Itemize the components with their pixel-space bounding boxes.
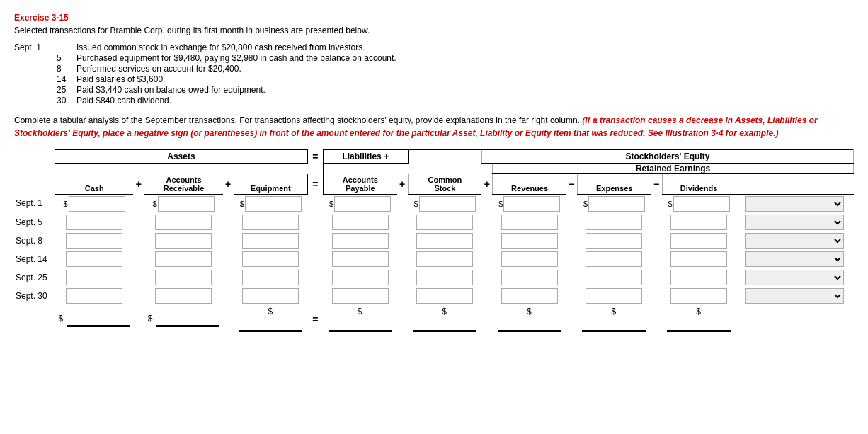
- list-item: Sept. 1 Issued common stock in exchange …: [14, 42, 854, 52]
- expl-select-sept14[interactable]: [745, 251, 844, 267]
- ar-input-sept14[interactable]: [155, 251, 212, 267]
- ap-input-sept30[interactable]: [332, 288, 389, 304]
- rev-input-sept14[interactable]: [501, 251, 558, 267]
- rev-cell-sept25: [493, 268, 566, 287]
- equip-input-sept25[interactable]: [242, 270, 299, 285]
- ap-total-input[interactable]: [329, 316, 392, 332]
- equip-input-sept1[interactable]: [245, 196, 302, 212]
- trans-date: Sept. 1: [14, 42, 57, 52]
- cs-input-sept25[interactable]: [416, 270, 473, 285]
- rev-input-sept30[interactable]: [501, 288, 558, 304]
- div-total-input[interactable]: [667, 316, 731, 332]
- rev-cell-sept1: $: [493, 194, 566, 213]
- cash-input-sept8[interactable]: [66, 233, 122, 249]
- cs-cell-sept30: [408, 287, 481, 305]
- ar-input-sept30[interactable]: [155, 288, 212, 304]
- div-input-sept14[interactable]: [670, 251, 727, 267]
- rev-input-sept5[interactable]: [501, 215, 558, 230]
- ar-cell-sept30: [144, 287, 223, 305]
- expl-cell-sept5: [736, 213, 853, 232]
- exp-cell-sept8: [577, 232, 651, 250]
- cash-input-sept5[interactable]: [66, 215, 122, 230]
- cash-cell-sept30: [55, 287, 134, 305]
- exp-input-sept8[interactable]: [586, 233, 642, 249]
- div-input-sept25[interactable]: [670, 270, 727, 285]
- div-input-sept1[interactable]: [673, 196, 730, 212]
- cash-input-sept25[interactable]: [66, 270, 122, 285]
- rev-input-sept8[interactable]: [501, 233, 558, 249]
- expl-select-sept8[interactable]: [745, 233, 844, 249]
- trans-num: 14: [57, 74, 76, 84]
- ap-input-sept8[interactable]: [332, 233, 389, 249]
- exp-total-input[interactable]: [582, 316, 646, 332]
- cs-cell-sept5: [408, 213, 481, 232]
- cash-input-sept14[interactable]: [66, 251, 122, 267]
- equip-input-sept14[interactable]: [242, 251, 299, 267]
- ar-header: AccountsReceivable: [144, 174, 223, 195]
- ar-input-sept8[interactable]: [155, 233, 212, 249]
- cash-cell-sept5: [55, 213, 134, 232]
- cs-input-sept5[interactable]: [416, 215, 473, 230]
- cs-input-sept14[interactable]: [416, 251, 473, 267]
- ap-cell-sept14: [323, 250, 396, 268]
- equip-input-sept8[interactable]: [242, 233, 299, 249]
- section-header-row: Assets = Liabilities + Stockholders' Equ…: [14, 150, 854, 164]
- ar-input-sept25[interactable]: [155, 270, 212, 285]
- rev-total-input[interactable]: [498, 316, 561, 332]
- row-label-sept14: Sept. 14: [14, 250, 55, 268]
- equip-input-sept30[interactable]: [242, 288, 299, 304]
- cs-input-sept30[interactable]: [416, 288, 473, 304]
- exp-input-sept25[interactable]: [586, 270, 642, 285]
- div-input-sept8[interactable]: [670, 233, 727, 249]
- equip-cell-sept14: [234, 250, 307, 268]
- ap-input-sept1[interactable]: [334, 196, 391, 212]
- cash-total-input[interactable]: [67, 312, 130, 327]
- trans-date: [14, 64, 57, 74]
- rev-cell-sept5: [493, 213, 566, 232]
- ap-input-sept14[interactable]: [332, 251, 389, 267]
- exp-input-sept5[interactable]: [586, 215, 642, 230]
- ar-total-input[interactable]: [156, 312, 219, 327]
- expl-select-sept30[interactable]: [745, 288, 844, 304]
- div-input-sept5[interactable]: [670, 215, 727, 230]
- div-cell-sept1: $: [662, 194, 736, 213]
- cash-input-sept30[interactable]: [66, 288, 122, 304]
- div-input-sept30[interactable]: [670, 288, 727, 304]
- common-stock-header: CommonStock: [408, 174, 481, 195]
- exp-cell-sept14: [577, 250, 651, 268]
- div-cell-sept30: [662, 287, 736, 305]
- expl-select-sept25[interactable]: [745, 270, 844, 285]
- ar-cell-sept14: [144, 250, 223, 268]
- equip-total-cell: $: [234, 305, 307, 334]
- expl-select-sept5[interactable]: [745, 215, 844, 230]
- cash-input-sept1[interactable]: [69, 196, 125, 212]
- trans-num: 5: [57, 53, 76, 63]
- exp-cell-sept1: $: [577, 194, 651, 213]
- eq-sign-2: =: [307, 174, 323, 195]
- ar-input-sept5[interactable]: [155, 215, 212, 230]
- expenses-header: Expenses: [577, 174, 651, 195]
- rev-input-sept1[interactable]: [503, 196, 560, 212]
- equip-total-input[interactable]: [239, 316, 302, 332]
- ap-input-sept25[interactable]: [332, 270, 389, 285]
- exp-input-sept1[interactable]: [588, 196, 645, 212]
- list-item: 5 Purchased equipment for $9,480, paying…: [14, 53, 854, 63]
- se-header: Stockholders' Equity: [481, 150, 853, 164]
- ap-cell-sept1: $: [323, 194, 396, 213]
- trans-date: [14, 96, 57, 105]
- ar-input-sept1[interactable]: [158, 196, 215, 212]
- rev-input-sept25[interactable]: [501, 270, 558, 285]
- equip-input-sept5[interactable]: [242, 215, 299, 230]
- cs-cell-sept25: [408, 268, 481, 287]
- cs-input-sept8[interactable]: [416, 233, 473, 249]
- expl-select-sept1[interactable]: [745, 196, 844, 212]
- transactions-list: Sept. 1 Issued common stock in exchange …: [14, 42, 854, 105]
- trans-num: 8: [57, 64, 76, 74]
- exp-input-sept14[interactable]: [586, 251, 642, 267]
- cs-total-input[interactable]: [413, 316, 476, 332]
- trans-desc: Purchased equipment for $9,480, paying $…: [76, 53, 854, 63]
- ap-input-sept5[interactable]: [332, 215, 389, 230]
- eq-sign-totals: =: [307, 305, 323, 334]
- exp-input-sept30[interactable]: [586, 288, 642, 304]
- cs-input-sept1[interactable]: [419, 196, 476, 212]
